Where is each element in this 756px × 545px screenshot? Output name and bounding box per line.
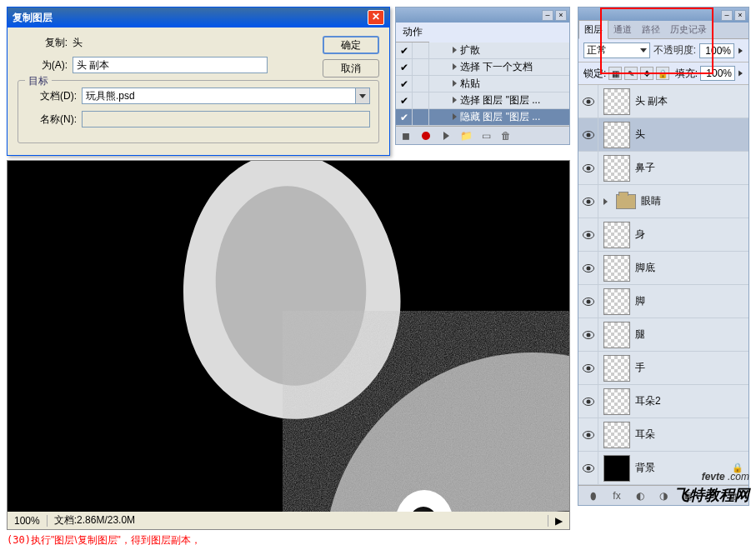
layer-style-icon[interactable]: fx [608, 488, 625, 503]
layer-thumbnail[interactable] [603, 422, 630, 448]
layer-row[interactable]: 身 [578, 218, 748, 252]
lock-all-icon[interactable]: 🔒 [656, 67, 669, 80]
panel-tab[interactable]: 图层 [578, 20, 608, 39]
modal-col[interactable] [413, 92, 429, 108]
chevron-down-icon[interactable] [355, 88, 370, 104]
visibility-toggle[interactable] [578, 218, 598, 251]
link-layers-icon[interactable]: ⬮ [585, 488, 602, 503]
new-folder-icon[interactable]: 📁 [459, 129, 473, 142]
layer-name[interactable]: 头 副本 [635, 94, 748, 108]
opacity-value[interactable]: 100% [699, 43, 734, 58]
layer-name[interactable]: 头 [635, 128, 748, 142]
layer-name[interactable]: 鼻子 [635, 161, 748, 175]
layer-name[interactable]: 脚底 [635, 261, 748, 275]
check-icon[interactable]: ✔ [396, 76, 413, 92]
layer-mask-icon[interactable]: ◐ [632, 488, 648, 503]
modal-col[interactable] [413, 59, 429, 75]
close-icon[interactable]: × [734, 10, 746, 21]
modal-col[interactable] [413, 42, 429, 58]
layer-thumbnail[interactable] [603, 255, 630, 282]
layer-row[interactable]: 眼睛 [578, 185, 748, 218]
trash-icon[interactable]: 🗑 [499, 129, 513, 142]
visibility-toggle[interactable] [578, 285, 598, 318]
as-input[interactable] [73, 57, 268, 73]
folder-expand-icon[interactable] [603, 198, 608, 205]
minimize-icon[interactable]: – [721, 10, 733, 21]
layer-thumbnail[interactable] [603, 288, 630, 315]
action-row[interactable]: ✔扩散 [396, 42, 569, 59]
visibility-toggle[interactable] [578, 318, 598, 351]
action-row[interactable]: ✔选择 下一个文档 [396, 59, 569, 76]
close-icon[interactable]: ✕ [368, 10, 384, 25]
layer-thumbnail[interactable] [603, 355, 630, 382]
layer-name[interactable]: 脚 [635, 294, 748, 308]
ok-button[interactable]: 确定 [323, 36, 379, 54]
minimize-icon[interactable]: – [542, 10, 553, 21]
blend-mode-select[interactable]: 正常 [583, 42, 650, 58]
panel-tab[interactable]: 路径 [637, 21, 665, 38]
layer-thumbnail[interactable] [603, 322, 630, 348]
layer-name[interactable]: 耳朵 [635, 428, 748, 442]
adjustment-layer-icon[interactable]: ◑ [655, 488, 672, 503]
layer-name[interactable]: 腿 [635, 328, 748, 342]
record-icon[interactable] [419, 129, 433, 142]
document-canvas[interactable] [7, 160, 570, 518]
visibility-toggle[interactable] [578, 418, 598, 451]
actions-tab[interactable]: 动作 [396, 22, 429, 42]
opacity-slider-icon[interactable] [738, 48, 743, 53]
panel-tab[interactable]: 通道 [608, 21, 637, 38]
layer-row[interactable]: 手 [578, 352, 748, 385]
layer-thumbnail[interactable] [603, 455, 630, 482]
cancel-button[interactable]: 取消 [323, 59, 379, 78]
layer-row[interactable]: 头 副本 [578, 85, 748, 118]
action-row[interactable]: ✔隐藏 图层 "图层 ... [396, 109, 569, 126]
check-icon[interactable]: ✔ [396, 92, 413, 108]
layer-name[interactable]: 眼睛 [641, 194, 748, 208]
layer-row[interactable]: 脚 [578, 285, 748, 318]
new-action-icon[interactable]: ▭ [479, 129, 493, 142]
layer-row[interactable]: 头 [578, 118, 748, 152]
modal-col[interactable] [413, 76, 429, 92]
close-icon[interactable]: × [555, 10, 567, 21]
actions-panel-titlebar[interactable]: – × [396, 8, 569, 22]
panel-tab[interactable]: 历史记录 [665, 21, 712, 38]
visibility-toggle[interactable] [578, 452, 598, 484]
dialog-titlebar[interactable]: 复制图层 ✕ [8, 8, 389, 28]
layer-thumbnail[interactable] [603, 122, 630, 148]
layer-name[interactable]: 身 [635, 228, 748, 242]
layer-name[interactable]: 手 [635, 361, 748, 375]
doc-select-value[interactable] [82, 88, 355, 104]
visibility-toggle[interactable] [578, 85, 598, 118]
visibility-toggle[interactable] [578, 185, 598, 218]
layer-row[interactable]: 腿 [578, 318, 748, 352]
visibility-toggle[interactable] [578, 252, 598, 284]
status-menu-icon[interactable]: ▶ [548, 515, 569, 527]
lock-transparency-icon[interactable]: ▦ [608, 67, 622, 80]
visibility-toggle[interactable] [578, 385, 598, 418]
layer-row[interactable]: 耳朵 [578, 418, 748, 452]
modal-col[interactable] [413, 109, 429, 125]
play-icon[interactable] [439, 129, 453, 142]
visibility-toggle[interactable] [578, 118, 598, 151]
lock-brush-icon[interactable]: ✎ [624, 67, 638, 80]
layer-thumbnail[interactable] [603, 388, 630, 415]
layer-thumbnail[interactable] [603, 155, 630, 182]
lock-move-icon[interactable]: ✥ [640, 67, 653, 80]
layer-thumbnail[interactable] [603, 88, 630, 115]
action-row[interactable]: ✔粘贴 [396, 76, 569, 92]
check-icon[interactable]: ✔ [396, 109, 413, 125]
visibility-toggle[interactable] [578, 352, 598, 384]
layer-thumbnail[interactable] [603, 222, 630, 248]
fill-value[interactable]: 100% [700, 66, 735, 81]
check-icon[interactable]: ✔ [396, 59, 413, 75]
doc-select[interactable] [82, 88, 370, 104]
visibility-toggle[interactable] [578, 152, 598, 184]
zoom-value[interactable]: 100% [8, 515, 48, 527]
layer-row[interactable]: 耳朵2 [578, 385, 748, 418]
stop-icon[interactable]: ◼ [399, 129, 413, 142]
layer-row[interactable]: 鼻子 [578, 152, 748, 185]
fill-slider-icon[interactable] [738, 71, 743, 77]
layer-name[interactable]: 耳朵2 [635, 394, 748, 408]
layer-row[interactable]: 脚底 [578, 252, 748, 285]
check-icon[interactable]: ✔ [396, 42, 413, 58]
